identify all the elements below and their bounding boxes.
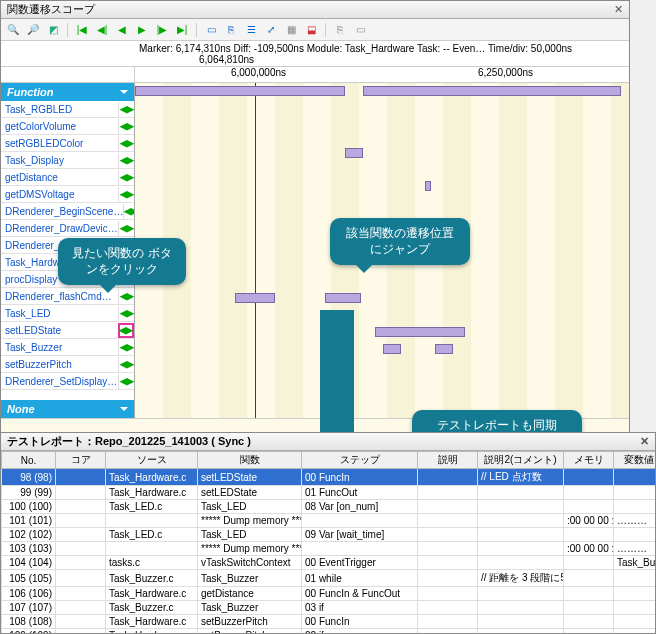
report-body[interactable]: No.コアソース関数ステップ説明説明2(コメント)メモリ変数値 98 (98)T… [1,451,655,633]
trace-bar[interactable] [435,344,453,354]
report-titlebar: テストレポート：Repo_201225_141003 ( Sync ) ✕ [1,433,655,451]
column-header[interactable]: 説明 [418,452,478,469]
function-row[interactable]: DRenderer_BeginScene…◀▶ [1,203,134,220]
function-row[interactable]: getColorVolume◀▶ [1,118,134,135]
table-row[interactable]: 109 (109)Task_Hardware.csetBuzzerPitch02… [2,629,656,634]
jump-first-icon[interactable]: |◀ [74,22,90,38]
report-table: No.コアソース関数ステップ説明説明2(コメント)メモリ変数値 98 (98)T… [1,451,655,633]
jump-button[interactable]: ◀▶ [118,357,134,372]
jump-button[interactable]: ◀▶ [118,323,134,338]
column-header[interactable]: No. [2,452,56,469]
cell: 01 while [302,570,418,587]
trace-bar[interactable] [345,148,363,158]
function-row[interactable]: Task_Display◀▶ [1,152,134,169]
column-header[interactable]: メモリ [564,452,614,469]
jump-button[interactable]: ◀▶ [118,102,134,117]
tool-c-icon[interactable]: ☰ [243,22,259,38]
column-header[interactable]: ソース [106,452,198,469]
cell: Task_Hardware.c [106,629,198,634]
jump-button[interactable]: ◀▶ [118,306,134,321]
cell: 00 FuncIn [302,615,418,629]
cell [614,500,656,514]
jump-next-icon[interactable]: |▶ [154,22,170,38]
cell: 08 Var [on_num] [302,500,418,514]
cell: Task_Buzzer [198,570,302,587]
close-icon[interactable]: ✕ [640,435,649,448]
jump-button[interactable]: ◀▶ [118,170,134,185]
column-header[interactable]: 変数値 [614,452,656,469]
cell [564,469,614,486]
column-header[interactable]: ステップ [302,452,418,469]
jump-button[interactable]: ◀▶ [118,289,134,304]
function-row[interactable]: getDMSVoltage◀▶ [1,186,134,203]
cell [418,587,478,601]
jump-button[interactable]: ◀▶ [118,136,134,151]
jump-button[interactable]: ◀▶ [118,221,134,236]
trace-bar[interactable] [363,86,621,96]
table-row[interactable]: 99 (99)Task_Hardware.csetLEDState01 Func… [2,486,656,500]
tool-a-icon[interactable]: ▭ [203,22,219,38]
tool-h-icon[interactable]: ▭ [352,22,368,38]
jump-button[interactable]: ◀▶ [118,374,134,389]
step-back-icon[interactable]: ◀ [114,22,130,38]
function-label: getColorVolume [5,121,76,132]
cell [614,587,656,601]
tool-g-icon[interactable]: ⎘ [332,22,348,38]
function-row[interactable]: DRenderer_DrawDevic…◀▶ [1,220,134,237]
table-row[interactable]: 107 (107)Task_Buzzer.cTask_Buzzer03 if [2,601,656,615]
cell [418,570,478,587]
collapse-icon[interactable] [120,90,128,98]
trace-bar[interactable] [135,86,345,96]
jump-button[interactable]: ◀▶ [118,119,134,134]
table-row[interactable]: 104 (104)tasks.cvTaskSwitchContext00 Eve… [2,556,656,570]
cell [56,587,106,601]
cell [478,514,564,528]
trace-bar[interactable] [425,181,431,191]
trace-bar[interactable] [383,344,401,354]
column-header[interactable]: 説明2(コメント) [478,452,564,469]
jump-button[interactable]: ◀▶ [118,187,134,202]
table-row[interactable]: 103 (103)***** Dump memory *****:00 00 0… [2,542,656,556]
function-row[interactable]: Task_LED◀▶ [1,305,134,322]
jump-button[interactable]: ◀▶ [118,153,134,168]
cell [56,514,106,528]
column-header[interactable]: 関数 [198,452,302,469]
function-row[interactable]: getDistance◀▶ [1,169,134,186]
table-row[interactable]: 105 (105)Task_Buzzer.cTask_Buzzer01 whil… [2,570,656,587]
tool-b-icon[interactable]: ⎘ [223,22,239,38]
table-row[interactable]: 102 (102)Task_LED.cTask_LED09 Var [wait_… [2,528,656,542]
jump-prev-icon[interactable]: ◀| [94,22,110,38]
tool-e-icon[interactable]: ▦ [283,22,299,38]
table-row[interactable]: 101 (101)***** Dump memory *****:00 00 0… [2,514,656,528]
cell [418,629,478,634]
tool-f-icon[interactable]: ⬓ [303,22,319,38]
function-row[interactable]: setRGBLEDColor◀▶ [1,135,134,152]
none-header[interactable]: None [1,400,134,418]
zoom-out-icon[interactable]: 🔎 [25,22,41,38]
jump-last-icon[interactable]: ▶| [174,22,190,38]
cell [614,486,656,500]
table-row[interactable]: 108 (108)Task_Hardware.csetBuzzerPitch00… [2,615,656,629]
cell: setLEDState [198,486,302,500]
step-fwd-icon[interactable]: ▶ [134,22,150,38]
function-row[interactable]: Task_Buzzer◀▶ [1,339,134,356]
trace-bar[interactable] [375,327,465,337]
function-row[interactable]: DRenderer_SetDisplay…◀▶ [1,373,134,390]
collapse-icon[interactable] [120,407,128,415]
trace-bar[interactable] [235,293,275,303]
table-row[interactable]: 98 (98)Task_Hardware.csetLEDState00 Func… [2,469,656,486]
zoom-fit-icon[interactable]: ◩ [45,22,61,38]
function-header[interactable]: Function [1,83,134,101]
column-header[interactable]: コア [56,452,106,469]
zoom-in-icon[interactable]: 🔍 [5,22,21,38]
function-row[interactable]: Task_RGBLED◀▶ [1,101,134,118]
tool-d-icon[interactable]: ⤢ [263,22,279,38]
trace-bar[interactable] [325,293,361,303]
close-icon[interactable]: ✕ [614,3,623,16]
jump-button[interactable]: ◀▶ [118,340,134,355]
function-row[interactable]: setBuzzerPitch◀▶ [1,356,134,373]
function-row[interactable]: setLEDState◀▶ [1,322,134,339]
jump-button[interactable]: ◀▶ [123,204,134,219]
table-row[interactable]: 106 (106)Task_Hardware.cgetDistance00 Fu… [2,587,656,601]
table-row[interactable]: 100 (100)Task_LED.cTask_LED08 Var [on_nu… [2,500,656,514]
